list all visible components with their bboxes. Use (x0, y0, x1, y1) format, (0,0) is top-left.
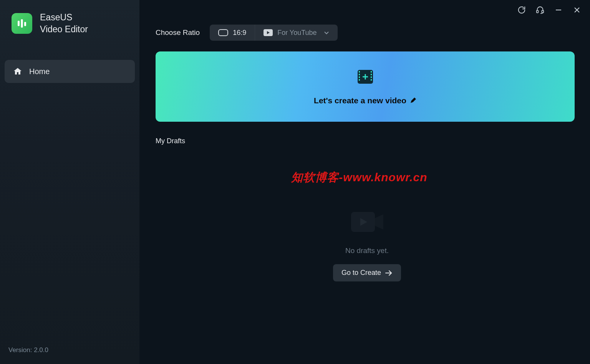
pencil-icon (409, 97, 416, 104)
video-placeholder-icon (344, 207, 390, 237)
watermark-text: 知软博客-www.knowr.cn (140, 170, 578, 185)
svg-rect-12 (359, 71, 360, 73)
ratio-selector: 16:9 For YouTube (210, 25, 337, 41)
window-controls (517, 5, 582, 15)
go-to-create-button[interactable]: Go to Create (333, 264, 401, 281)
svg-rect-1 (21, 19, 23, 28)
main-content: Choose Ratio 16:9 For YouTube (139, 0, 590, 364)
minimize-button[interactable] (554, 5, 563, 15)
svg-rect-4 (542, 10, 544, 13)
refresh-button[interactable] (517, 5, 526, 15)
youtube-label: For YouTube (277, 29, 317, 37)
brand: EaseUS Video Editor (5, 12, 135, 35)
svg-rect-16 (371, 71, 372, 73)
ratio-value: 16:9 (233, 29, 246, 37)
ratio-label: Choose Ratio (156, 28, 200, 37)
svg-marker-23 (375, 214, 383, 230)
svg-rect-15 (359, 79, 360, 81)
chevron-down-icon (324, 30, 329, 35)
sidebar-item-home[interactable]: Home (5, 60, 135, 83)
close-button[interactable] (572, 5, 582, 15)
arrow-right-icon (385, 270, 393, 276)
sidebar-item-label: Home (29, 67, 50, 76)
support-button[interactable] (535, 5, 545, 15)
landscape-icon (218, 29, 228, 36)
svg-rect-18 (371, 76, 372, 78)
go-to-create-label: Go to Create (341, 269, 381, 277)
youtube-icon (264, 29, 273, 36)
sidebar: EaseUS Video Editor Home Version: 2.0.0 (0, 0, 139, 364)
ratio-row: Choose Ratio 16:9 For YouTube (156, 25, 578, 41)
svg-rect-3 (537, 10, 539, 13)
create-video-banner[interactable]: Let's create a new video (156, 51, 575, 122)
empty-drafts-state: No drafts yet. Go to Create (156, 207, 578, 281)
app-logo-icon (12, 13, 32, 34)
empty-drafts-text: No drafts yet. (345, 247, 389, 255)
my-drafts-title: My Drafts (156, 137, 578, 145)
svg-rect-14 (359, 76, 360, 78)
brand-text: EaseUS Video Editor (40, 12, 88, 35)
version-label: Version: 2.0.0 (5, 343, 135, 356)
home-icon (13, 67, 22, 76)
svg-rect-8 (219, 30, 228, 36)
svg-rect-0 (18, 21, 20, 26)
brand-name: EaseUS (40, 12, 88, 23)
film-add-icon (357, 68, 374, 85)
brand-subtitle: Video Editor (40, 23, 88, 35)
svg-rect-19 (371, 79, 372, 81)
svg-rect-17 (371, 74, 372, 75)
ratio-option-16-9[interactable]: 16:9 (210, 25, 255, 41)
create-video-label: Let's create a new video (314, 96, 416, 105)
svg-rect-2 (24, 22, 26, 26)
svg-rect-13 (359, 74, 360, 75)
ratio-option-youtube[interactable]: For YouTube (255, 25, 337, 41)
